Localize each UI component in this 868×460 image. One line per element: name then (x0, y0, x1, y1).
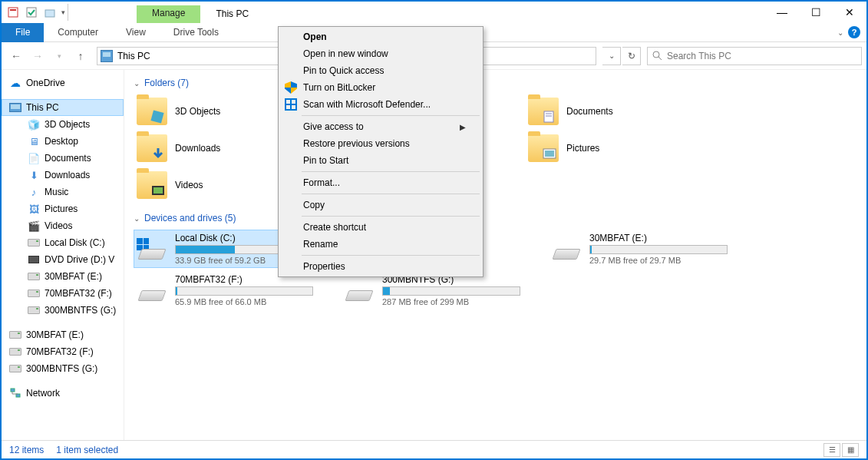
menu-item[interactable]: Give access to▶ (280, 118, 481, 135)
sidebar-item[interactable]: 300MBNTFS (G:) (2, 360, 124, 377)
svg-line-5 (658, 57, 662, 60)
svg-rect-0 (8, 8, 18, 17)
folder-icon (137, 98, 167, 125)
menu-item[interactable]: Turn on BitLocker (280, 79, 481, 96)
sidebar-item-label: Downloads (45, 170, 90, 180)
menu-item[interactable]: Rename (280, 236, 481, 253)
forward-button[interactable]: → (28, 46, 48, 66)
folder-item[interactable]: Documents (525, 94, 709, 128)
drive-icon (344, 280, 375, 301)
up-button[interactable]: ↑ (71, 46, 91, 66)
drive-item[interactable]: 30MBFAT (E:)29.7 MB free of 29.7 MB (548, 230, 732, 268)
menu-item[interactable]: Open in new window (280, 45, 481, 62)
sidebar-item-label: 3D Objects (45, 119, 90, 130)
sidebar-item[interactable]: 🖼Pictures (2, 200, 124, 217)
qat-dropdown-icon[interactable]: ▾ (60, 4, 66, 21)
properties-icon[interactable] (5, 4, 21, 21)
menu-item-label: Scan with Microsoft Defender... (303, 99, 431, 110)
drive-free-text: 287 MB free of 299 MB (382, 297, 522, 306)
drive-tools-tab[interactable]: Drive Tools (160, 24, 233, 41)
menu-item-label: Properties (303, 261, 345, 272)
sidebar-item[interactable]: 70MBFAT32 (F:) (2, 343, 124, 360)
folder-label: Videos (175, 180, 203, 190)
group-folders-header[interactable]: ⌄Folders (7) (134, 78, 857, 88)
sidebar-item[interactable]: 70MBFAT32 (F:) (2, 285, 124, 302)
sidebar-item-label: Pictures (45, 204, 78, 214)
drive-icon (28, 237, 40, 249)
chevron-down-icon: ⌄ (134, 214, 140, 223)
sidebar-item[interactable]: 🧊3D Objects (2, 116, 124, 133)
file-tab[interactable]: File (2, 23, 44, 42)
menu-separator (302, 115, 480, 116)
menu-item[interactable]: Pin to Start (280, 152, 481, 169)
folder-icon: 🖥 (28, 135, 40, 147)
new-folder-icon[interactable] (41, 4, 58, 21)
divider (68, 4, 72, 21)
sidebar-item[interactable]: 📄Documents (2, 150, 124, 167)
menu-item[interactable]: Properties (280, 258, 481, 275)
menu-item-label: Copy (303, 200, 325, 210)
sidebar-item[interactable]: 🖥Desktop (2, 133, 124, 150)
menu-item[interactable]: Open (280, 28, 481, 45)
sidebar-item-label: Desktop (45, 136, 78, 147)
menu-item[interactable]: Restore previous versions (280, 135, 481, 152)
defender-icon (285, 98, 297, 111)
svg-rect-6 (11, 389, 15, 392)
folder-item[interactable]: Pictures (525, 131, 709, 165)
sidebar-item-label: Documents (45, 153, 91, 164)
drive-icon (9, 329, 21, 341)
drive-icon (137, 280, 167, 301)
search-input[interactable]: Search This PC (647, 47, 862, 65)
recent-dropdown-icon[interactable]: ▾ (49, 46, 69, 66)
computer-tab[interactable]: Computer (44, 24, 112, 41)
svg-rect-3 (45, 10, 54, 17)
sidebar-item[interactable]: 30MBFAT (E:) (2, 326, 124, 343)
address-dropdown-icon[interactable]: ⌄ (602, 47, 621, 65)
minimize-button[interactable]: — (765, 2, 799, 23)
sidebar-item[interactable]: ♪Music (2, 184, 124, 200)
back-button[interactable]: ← (6, 46, 26, 66)
ribbon-collapse-icon[interactable]: ⌄ (837, 28, 843, 37)
manage-tab-header[interactable]: Manage (137, 5, 200, 23)
menu-item-label: Turn on BitLocker (303, 82, 375, 93)
svg-rect-1 (10, 9, 16, 11)
svg-point-4 (653, 51, 659, 58)
sidebar-item[interactable]: ⬇Downloads (2, 167, 124, 184)
tiles-view-button[interactable]: ▦ (842, 443, 859, 457)
checkbox-icon[interactable] (23, 4, 40, 21)
group-label: Devices and drives (5) (144, 213, 236, 223)
sidebar-item-label: Network (26, 388, 60, 399)
refresh-button[interactable]: ↻ (622, 47, 641, 65)
sidebar-item-label: 300MBNTFS (G:) (45, 305, 116, 316)
maximize-button[interactable]: ☐ (799, 2, 833, 23)
sidebar-item[interactable]: 🎬Videos (2, 217, 124, 234)
menu-item[interactable]: Pin to Quick access (280, 62, 481, 79)
menu-item-label: Pin to Quick access (303, 65, 384, 76)
menu-item-label: Format... (303, 177, 340, 188)
group-drives-header[interactable]: ⌄Devices and drives (5) (134, 213, 857, 223)
sidebar-item-this-pc[interactable]: This PC (2, 99, 124, 116)
search-icon (652, 51, 662, 61)
menu-item[interactable]: Create shortcut (280, 219, 481, 236)
sidebar-item-label: This PC (26, 102, 59, 113)
svg-rect-15 (153, 187, 163, 194)
menu-item-label: Restore previous versions (303, 138, 410, 149)
sidebar-item[interactable]: 300MBNTFS (G:) (2, 302, 124, 319)
sidebar-item[interactable]: 30MBFAT (E:) (2, 268, 124, 285)
sidebar-item-onedrive[interactable]: ☁OneDrive (2, 74, 124, 91)
sidebar-item[interactable]: Local Disk (C:) (2, 234, 124, 251)
pc-icon (9, 101, 21, 114)
close-button[interactable]: ✕ (833, 2, 866, 23)
menu-item[interactable]: Scan with Microsoft Defender... (280, 96, 481, 113)
sidebar-item-network[interactable]: Network (2, 385, 124, 402)
details-view-button[interactable]: ☰ (823, 443, 840, 457)
help-icon[interactable]: ? (848, 26, 860, 38)
folder-label: 3D Objects (175, 106, 220, 117)
sidebar-item[interactable]: DVD Drive (D:) V (2, 251, 124, 268)
drive-icon (9, 346, 21, 358)
menu-item[interactable]: Copy (280, 197, 481, 213)
search-placeholder: Search This PC (667, 51, 731, 61)
folder-icon: 🖼 (28, 203, 40, 215)
menu-item[interactable]: Format... (280, 174, 481, 191)
view-tab[interactable]: View (112, 24, 160, 41)
